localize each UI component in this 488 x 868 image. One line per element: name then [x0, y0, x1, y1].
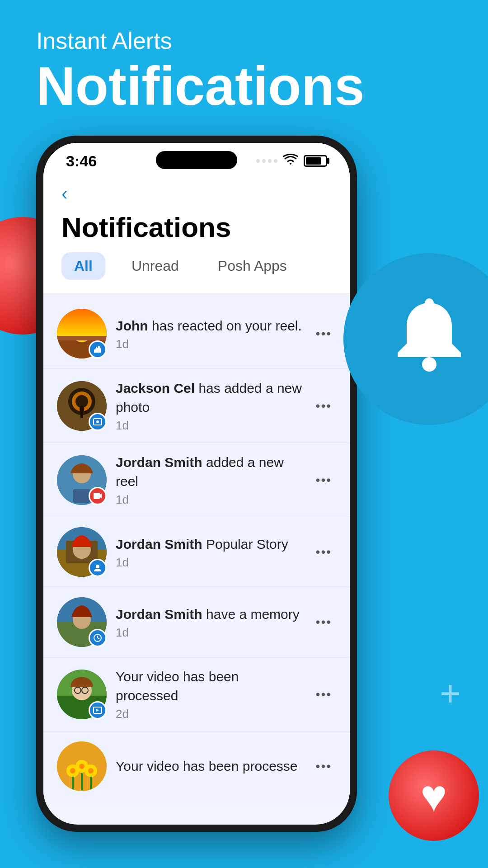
badge-like-1 [89, 340, 107, 359]
header-area: ‹ Notifications All Unread Posh Apps [43, 175, 350, 293]
avatar-container-3 [57, 455, 107, 505]
notif-item-1: John has reacted on your reel. 1d ••• [43, 299, 350, 369]
svg-rect-46 [81, 773, 83, 790]
more-button-6[interactable]: ••• [311, 683, 336, 706]
notif-text-1: John has reacted on your reel. [116, 316, 302, 335]
svg-rect-18 [73, 489, 91, 503]
notif-time-5: 1d [116, 626, 302, 640]
more-button-2[interactable]: ••• [311, 394, 336, 418]
status-time: 3:46 [66, 152, 97, 170]
svg-rect-45 [72, 777, 74, 790]
notif-content-4: Jordan Smith Popular Story 1d [116, 535, 302, 570]
battery-icon [304, 155, 327, 167]
phone-frame: 3:46 [36, 136, 357, 832]
avatar-container-1 [57, 309, 107, 359]
reel-icon [93, 491, 103, 501]
more-button-1[interactable]: ••• [311, 322, 336, 345]
notif-time-6: 2d [116, 707, 302, 721]
dynamic-island [156, 151, 237, 169]
notif-text-2: Jackson Cel has added a new photo [116, 379, 302, 417]
clock-icon [93, 633, 103, 643]
notif-item-7: Your video has been processe ••• [43, 731, 350, 801]
photo-icon [93, 417, 103, 427]
notif-text-3: Jordan Smith added a new reel [116, 453, 302, 491]
avatar-7 [57, 741, 107, 791]
badge-user-4 [89, 559, 107, 577]
svg-point-0 [422, 357, 436, 372]
badge-time-5 [89, 629, 107, 647]
badge-media-6 [89, 701, 107, 719]
notif-text-4: Jordan Smith Popular Story [116, 535, 302, 554]
notif-text-7: Your video has been processe [116, 757, 302, 776]
notif-content-6: Your video has been processed 2d [116, 667, 302, 721]
notif-time-1: 1d [116, 337, 302, 351]
notif-item-4: Jordan Smith Popular Story 1d ••• [43, 517, 350, 587]
notifications-list: John has reacted on your reel. 1d ••• [43, 294, 350, 806]
notif-content-3: Jordan Smith added a new reel 1d [116, 453, 302, 507]
svg-rect-19 [94, 493, 100, 499]
svg-point-24 [96, 565, 99, 568]
notif-item-3: Jordan Smith added a new reel 1d ••• [43, 443, 350, 517]
bg-title: Notifications [36, 59, 365, 113]
filter-tabs: All Unread Posh Apps [61, 252, 332, 284]
notif-text-5: Jordan Smith have a memory [116, 605, 302, 624]
svg-point-42 [70, 768, 75, 774]
more-button-4[interactable]: ••• [311, 540, 336, 564]
avatar-container-2 [57, 381, 107, 431]
background-text: Instant Alerts Notifications [36, 27, 365, 113]
notif-content-1: John has reacted on your reel. 1d [116, 316, 302, 351]
notif-time-2: 1d [116, 419, 302, 433]
svg-rect-7 [57, 309, 107, 336]
avatar-img-7 [57, 741, 107, 791]
badge-reel-3 [89, 487, 107, 505]
like-icon [93, 344, 103, 354]
more-button-7[interactable]: ••• [311, 755, 336, 778]
notif-time-4: 1d [116, 556, 302, 570]
tab-all[interactable]: All [61, 252, 105, 280]
more-button-5[interactable]: ••• [311, 610, 336, 634]
wifi-icon [283, 154, 298, 169]
svg-rect-13 [80, 412, 83, 418]
bg-subtitle: Instant Alerts [36, 27, 365, 54]
avatar-container-7 [57, 741, 107, 791]
more-button-3[interactable]: ••• [311, 468, 336, 492]
media-icon [93, 705, 103, 715]
notif-content-5: Jordan Smith have a memory 1d [116, 605, 302, 640]
notif-content-2: Jackson Cel has added a new photo 1d [116, 379, 302, 433]
svg-point-43 [79, 764, 84, 769]
svg-point-12 [80, 406, 84, 413]
svg-point-1 [425, 298, 434, 307]
notif-content-7: Your video has been processe [116, 757, 302, 776]
svg-line-30 [98, 638, 99, 639]
notif-text-6: Your video has been processed [116, 667, 302, 705]
notif-item-2: Jackson Cel has added a new photo 1d ••• [43, 369, 350, 443]
plus-decoration: + [440, 673, 461, 714]
avatar-container-5 [57, 597, 107, 647]
page-title: Notifications [61, 211, 332, 243]
tab-unread[interactable]: Unread [119, 252, 192, 280]
tab-posh-apps[interactable]: Posh Apps [205, 252, 300, 280]
badge-photo-2 [89, 413, 107, 431]
svg-rect-6 [57, 336, 107, 340]
bell-icon-large [384, 294, 474, 384]
svg-point-15 [96, 420, 99, 423]
avatar-container-4 [57, 527, 107, 577]
user-icon [93, 563, 103, 573]
svg-rect-47 [90, 777, 92, 790]
notif-item-6: Your video has been processed 2d ••• [43, 657, 350, 731]
phone-screen: 3:46 [43, 143, 350, 825]
status-icons [256, 154, 327, 169]
notif-item-5: Jordan Smith have a memory 1d ••• [43, 587, 350, 657]
avatar-container-6 [57, 670, 107, 719]
heart-circle-decoration: ♥ [389, 750, 479, 841]
svg-point-44 [88, 768, 94, 774]
notif-time-3: 1d [116, 493, 302, 507]
back-button[interactable]: ‹ [61, 184, 67, 204]
signal-icon [256, 159, 277, 163]
